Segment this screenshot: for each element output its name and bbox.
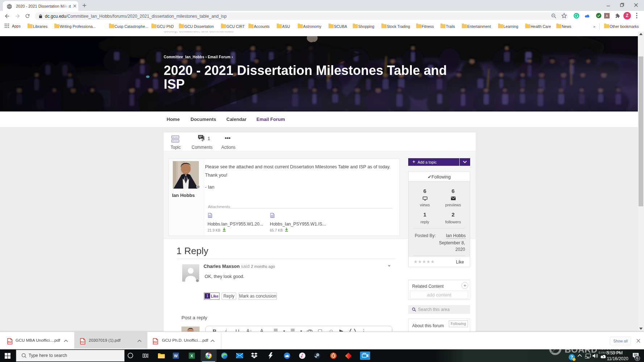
svg-text:W: W [174,354,178,358]
svg-text:X: X [191,354,193,358]
